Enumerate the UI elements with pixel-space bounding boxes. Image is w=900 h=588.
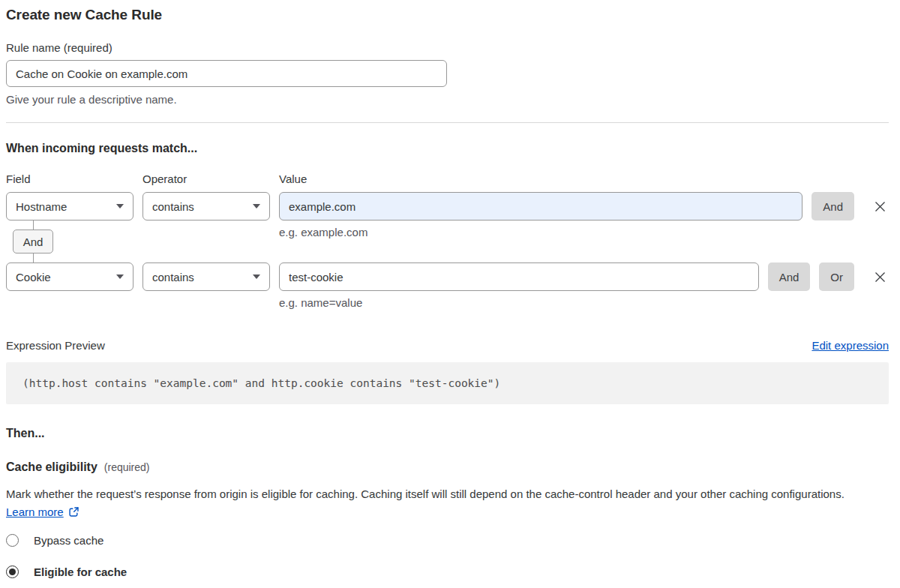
rule-name-label: Rule name (required): [6, 41, 889, 54]
condition-column-labels: Field Operator Value: [6, 172, 889, 185]
chevron-down-icon: [116, 274, 124, 279]
radio-option-bypass-cache[interactable]: Bypass cache: [6, 534, 889, 547]
page-title: Create new Cache Rule: [6, 6, 889, 23]
connector-line-top: [33, 220, 34, 230]
field-select-2[interactable]: Cookie: [6, 262, 134, 291]
close-icon: [874, 271, 886, 284]
external-link-icon: [68, 506, 80, 518]
condition-row-1: Hostname contains e.g. example.com And: [6, 192, 889, 220]
and-condition-button-2[interactable]: And: [768, 262, 811, 291]
field-select-1[interactable]: Hostname: [6, 192, 134, 220]
learn-more-link[interactable]: Learn more: [6, 506, 64, 518]
expression-preview-code: (http.host contains "example.com" and ht…: [6, 362, 889, 404]
value-input-1[interactable]: [279, 192, 802, 220]
condition-row-2: Cookie contains e.g. name=value And Or: [6, 262, 889, 291]
operator-select-1-value: contains: [152, 200, 194, 213]
chevron-down-icon: [253, 204, 260, 208]
expression-preview-header: Expression Preview Edit expression: [6, 339, 889, 352]
remove-condition-button-1[interactable]: [871, 192, 889, 220]
cache-eligibility-heading: Cache eligibility (required): [6, 460, 889, 474]
value-helper-1: e.g. example.com: [279, 226, 368, 238]
field-select-2-value: Cookie: [16, 271, 51, 284]
operator-select-2[interactable]: contains: [142, 262, 270, 291]
and-condition-button-1[interactable]: And: [812, 192, 854, 220]
expression-code-text: (http.host contains "example.com" and ht…: [22, 377, 500, 389]
radio-label: Eligible for cache: [34, 566, 127, 578]
edit-expression-link[interactable]: Edit expression: [812, 339, 889, 352]
cache-eligibility-description: Mark whether the request’s response from…: [6, 485, 874, 521]
connector-and-button[interactable]: And: [13, 230, 53, 254]
radio-button-icon[interactable]: [6, 534, 19, 547]
radio-option-eligible-for-cache[interactable]: Eligible for cache: [6, 566, 889, 578]
radio-label: Bypass cache: [34, 534, 104, 547]
remove-condition-button-2[interactable]: [871, 262, 889, 291]
operator-select-1[interactable]: contains: [142, 192, 270, 220]
field-column-label: Field: [6, 172, 134, 185]
value-column-label: Value: [279, 172, 307, 185]
rule-name-input[interactable]: [6, 60, 447, 87]
close-icon: [874, 200, 886, 213]
then-heading: Then...: [6, 426, 889, 440]
value-field-wrap-2: e.g. name=value: [279, 262, 759, 291]
radio-button-icon[interactable]: [6, 566, 19, 578]
match-section-heading: When incoming requests match...: [6, 141, 889, 155]
cache-eligibility-title: Cache eligibility: [6, 460, 98, 474]
value-field-wrap-1: e.g. example.com: [279, 192, 802, 220]
operator-select-2-value: contains: [152, 271, 194, 284]
or-condition-button-2[interactable]: Or: [819, 262, 854, 291]
required-note: (required): [104, 461, 150, 473]
section-divider: [6, 122, 889, 123]
chevron-down-icon: [116, 204, 124, 208]
expression-preview-label: Expression Preview: [6, 339, 105, 352]
description-text: Mark whether the request’s response from…: [6, 488, 844, 500]
create-cache-rule-form: Create new Cache Rule Rule name (require…: [0, 0, 900, 578]
value-input-2[interactable]: [279, 262, 759, 291]
rule-name-helper: Give your rule a descriptive name.: [6, 93, 889, 106]
chevron-down-icon: [253, 274, 260, 279]
expression-preview-section: Expression Preview Edit expression (http…: [6, 339, 889, 404]
field-select-1-value: Hostname: [16, 200, 67, 213]
connector-line-bottom: [33, 254, 34, 262]
condition-connector: And: [13, 220, 53, 262]
operator-column-label: Operator: [142, 172, 270, 185]
value-helper-2: e.g. name=value: [279, 296, 362, 309]
